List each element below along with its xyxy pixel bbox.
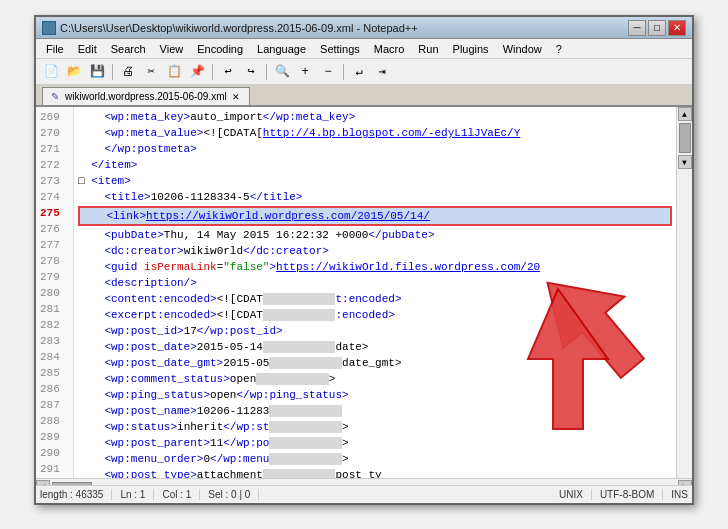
tab-label: wikiworld.wordpress.2015-06-09.xml	[65, 91, 227, 102]
line-num: 277	[40, 237, 69, 253]
title-bar: C:\Users\User\Desktop\wikiworld.wordpres…	[36, 17, 692, 39]
line-num: 290	[40, 445, 69, 461]
status-sel: Sel : 0 | 0	[208, 489, 259, 500]
code-line: <wp:post_name>10206-11283	[78, 403, 672, 419]
code-line: <pubDate>Thu, 14 May 2015 16:22:32 +0000…	[78, 227, 672, 243]
menu-macro[interactable]: Macro	[368, 41, 411, 57]
new-button[interactable]: 📄	[40, 62, 62, 82]
paste-button[interactable]: 📌	[186, 62, 208, 82]
code-line: <wp:menu_order>0</wp:menu >	[78, 451, 672, 467]
minimize-button[interactable]: ─	[628, 20, 646, 36]
status-ln: Ln : 1	[120, 489, 154, 500]
line-num: 270	[40, 125, 69, 141]
vertical-scrollbar[interactable]: ▲ ▼	[676, 107, 692, 478]
redo-button[interactable]: ↪	[240, 62, 262, 82]
print-button[interactable]: 🖨	[117, 62, 139, 82]
menu-edit[interactable]: Edit	[72, 41, 103, 57]
notepad-window: C:\Users\User\Desktop\wikiworld.wordpres…	[34, 15, 694, 505]
line-num: 272	[40, 157, 69, 173]
code-content[interactable]: <wp:meta_key>auto_import</wp:meta_key> <…	[74, 107, 676, 478]
menu-run[interactable]: Run	[412, 41, 444, 57]
menu-window[interactable]: Window	[497, 41, 548, 57]
code-line: <wp:status>inherit</wp:st >	[78, 419, 672, 435]
tab-close-button[interactable]: ✕	[231, 92, 241, 102]
scroll-thumb[interactable]	[679, 123, 691, 153]
toolbar-separator-3	[266, 64, 267, 80]
line-num: 278	[40, 253, 69, 269]
code-line: <content:encoded><![CDAT t:encoded>	[78, 291, 672, 307]
menu-search[interactable]: Search	[105, 41, 152, 57]
tab-bar: ✎ wikiworld.wordpress.2015-06-09.xml ✕	[36, 85, 692, 107]
line-num: 275	[40, 205, 69, 221]
code-line: <wp:post_date_gmt>2015-05 date_gmt>	[78, 355, 672, 371]
code-line: <wp:comment_status>open >	[78, 371, 672, 387]
line-num: 276	[40, 221, 69, 237]
code-line: <wp:meta_value><![CDATA[http://4.bp.blog…	[78, 125, 672, 141]
undo-button[interactable]: ↩	[217, 62, 239, 82]
scroll-down-button[interactable]: ▼	[678, 155, 692, 169]
line-num: 273	[40, 173, 69, 189]
code-line: <description/>	[78, 275, 672, 291]
menu-bar: File Edit Search View Encoding Language …	[36, 39, 692, 59]
status-utf: UTF-8-BOM	[600, 489, 663, 500]
line-num: 289	[40, 429, 69, 445]
line-num: 286	[40, 381, 69, 397]
line-num: 288	[40, 413, 69, 429]
code-line: <wp:post_id>17</wp:post_id>	[78, 323, 672, 339]
window-title: C:\Users\User\Desktop\wikiworld.wordpres…	[60, 22, 628, 34]
find-button[interactable]: 🔍	[271, 62, 293, 82]
toolbar-separator-4	[343, 64, 344, 80]
menu-view[interactable]: View	[154, 41, 190, 57]
line-num: 282	[40, 317, 69, 333]
menu-settings[interactable]: Settings	[314, 41, 366, 57]
scroll-up-button[interactable]: ▲	[678, 107, 692, 121]
code-line: □ <item>	[78, 173, 672, 189]
line-num: 279	[40, 269, 69, 285]
highlighted-code-line: <link>https://wikiwOrld.wordpress.com/20…	[78, 206, 672, 226]
line-num: 284	[40, 349, 69, 365]
code-line: </wp:postmeta>	[78, 141, 672, 157]
line-num: 271	[40, 141, 69, 157]
maximize-button[interactable]: □	[648, 20, 666, 36]
status-ins: INS	[671, 489, 688, 500]
file-tab[interactable]: ✎ wikiworld.wordpress.2015-06-09.xml ✕	[42, 87, 250, 105]
zoom-out-button[interactable]: −	[317, 62, 339, 82]
menu-file[interactable]: File	[40, 41, 70, 57]
code-area: 269 270 271 272 273 274 275 276 277 278 …	[36, 107, 692, 478]
line-num: 281	[40, 301, 69, 317]
code-line: <dc:creator>wikiw0rld</dc:creator>	[78, 243, 672, 259]
code-line: <excerpt:encoded><![CDAT :encoded>	[78, 307, 672, 323]
cut-button[interactable]: ✂	[140, 62, 162, 82]
zoom-in-button[interactable]: +	[294, 62, 316, 82]
close-button[interactable]: ✕	[668, 20, 686, 36]
code-line: <guid isPermaLink="false">https://wikiwO…	[78, 259, 672, 275]
line-numbers: 269 270 271 272 273 274 275 276 277 278 …	[36, 107, 74, 478]
status-unix: UNIX	[559, 489, 592, 500]
indent-button[interactable]: ⇥	[371, 62, 393, 82]
app-icon	[42, 21, 56, 35]
status-bar: length : 46335 Ln : 1 Col : 1 Sel : 0 | …	[36, 485, 692, 503]
code-line: <wp:post_parent>11</wp:po >	[78, 435, 672, 451]
menu-plugins[interactable]: Plugins	[447, 41, 495, 57]
line-num: 285	[40, 365, 69, 381]
code-line: <wp:ping_status>open</wp:ping_status>	[78, 387, 672, 403]
line-num: 274	[40, 189, 69, 205]
menu-language[interactable]: Language	[251, 41, 312, 57]
line-num: 269	[40, 109, 69, 125]
code-line: </item>	[78, 157, 672, 173]
toolbar-separator-2	[212, 64, 213, 80]
code-line: <wp:meta_key>auto_import</wp:meta_key>	[78, 109, 672, 125]
save-button[interactable]: 💾	[86, 62, 108, 82]
status-col: Col : 1	[162, 489, 200, 500]
open-button[interactable]: 📂	[63, 62, 85, 82]
menu-encoding[interactable]: Encoding	[191, 41, 249, 57]
copy-button[interactable]: 📋	[163, 62, 185, 82]
code-line: <title>10206-1128334-5</title>	[78, 189, 672, 205]
menu-help[interactable]: ?	[550, 41, 568, 57]
line-num: 283	[40, 333, 69, 349]
toolbar-separator-1	[112, 64, 113, 80]
code-line: <wp:post_date>2015-05-14 date>	[78, 339, 672, 355]
line-num: 280	[40, 285, 69, 301]
code-line: <wp:post_type>attachment post_ty	[78, 467, 672, 478]
wrap-button[interactable]: ↵	[348, 62, 370, 82]
